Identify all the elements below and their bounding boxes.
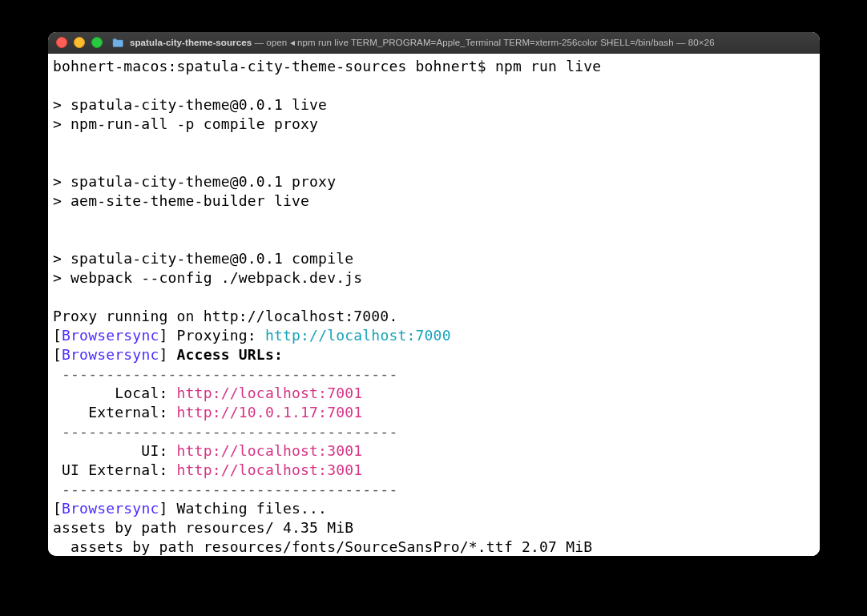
output-line: > spatula-city-theme@0.0.1 live (53, 96, 327, 113)
output-line: assets by path resources/fonts/SourceSan… (53, 538, 592, 555)
divider: -------------------------------------- (53, 481, 397, 497)
titlebar[interactable]: spatula-city-theme-sources — open ◂ npm … (48, 32, 820, 54)
close-icon[interactable] (56, 37, 67, 48)
output-line: [Browsersync] Watching files... (53, 500, 327, 517)
output-line: > webpack --config ./webpack.dev.js (53, 269, 362, 286)
minimize-icon[interactable] (74, 37, 85, 48)
output-line: assets by path resources/ 4.35 MiB (53, 519, 353, 536)
ui-external-url: http://localhost:3001 (177, 461, 363, 478)
zoom-icon[interactable] (91, 37, 103, 48)
external-url: http://10.0.1.17:7001 (177, 404, 363, 421)
ui-url: http://localhost:3001 (177, 442, 363, 459)
divider: -------------------------------------- (53, 423, 397, 440)
typed-command: npm run live (495, 58, 601, 74)
divider: -------------------------------------- (53, 365, 397, 382)
terminal-output[interactable]: bohnert-macos:spatula-city-theme-sources… (48, 54, 820, 556)
proxy-url: http://localhost:7000 (265, 327, 451, 344)
output-line: External: http://10.0.1.17:7001 (53, 404, 362, 421)
prompt: bohnert-macos:spatula-city-theme-sources… (53, 58, 486, 74)
output-line: > npm-run-all -p compile proxy (53, 115, 318, 132)
window-controls (56, 37, 103, 48)
local-url: http://localhost:7001 (177, 384, 363, 401)
output-line: [Browsersync] Access URLs: (53, 346, 283, 363)
output-line: UI External: http://localhost:3001 (53, 461, 362, 478)
window-title: spatula-city-theme-sources — open ◂ npm … (130, 37, 812, 48)
output-line: > spatula-city-theme@0.0.1 compile (53, 250, 353, 267)
terminal-window: spatula-city-theme-sources — open ◂ npm … (48, 32, 820, 556)
output-line: > aem-site-theme-builder live (53, 192, 309, 209)
output-line: Proxy running on http://localhost:7000. (53, 308, 397, 324)
output-line: UI: http://localhost:3001 (53, 442, 362, 459)
output-line: Local: http://localhost:7001 (53, 384, 362, 401)
output-line: [Browsersync] Proxying: http://localhost… (53, 327, 451, 344)
folder-icon (112, 38, 123, 47)
output-line: > spatula-city-theme@0.0.1 proxy (53, 173, 336, 190)
